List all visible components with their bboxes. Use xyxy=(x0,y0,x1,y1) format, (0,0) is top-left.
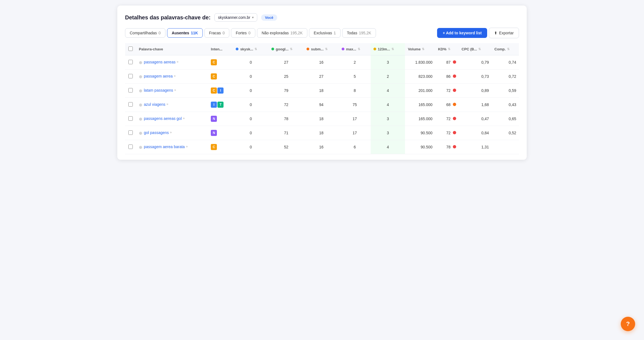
123m-cell: 3 xyxy=(371,126,405,140)
keyword-link[interactable]: gol passagens » xyxy=(144,130,172,135)
expand-icon[interactable]: ⊕ xyxy=(139,145,142,150)
expand-icon[interactable]: ⊕ xyxy=(139,74,142,79)
googl-cell: 52 xyxy=(269,140,304,154)
googl-cell: 27 xyxy=(269,55,304,69)
table-row: ⊕azul viagens »IT07294754165.00068 1,680… xyxy=(125,98,519,112)
keyword-link[interactable]: latam passagens » xyxy=(144,88,176,92)
subm-cell: 16 xyxy=(304,55,339,69)
max-cell: 5 xyxy=(339,69,371,84)
skysk-cell: 0 xyxy=(233,140,268,154)
intent-badge-i: I xyxy=(211,102,217,108)
expand-icon[interactable]: ⊕ xyxy=(139,131,142,136)
help-fab[interactable]: ? xyxy=(621,317,635,331)
skysk-cell: 0 xyxy=(233,55,268,69)
th-checkbox[interactable] xyxy=(125,43,136,55)
123m-cell: 3 xyxy=(371,112,405,126)
keyword-link[interactable]: passagem aerea » xyxy=(144,74,176,78)
sort-icon: ⇅ xyxy=(391,47,394,51)
cpc-cell: 0,47 xyxy=(459,112,492,126)
th-kd[interactable]: KD% ⇅ xyxy=(435,43,459,55)
subm-cell: 18 xyxy=(304,126,339,140)
keyword-cell: ⊕passagem aerea » xyxy=(136,69,208,84)
tab-nao-exploradas[interactable]: Não exploradas 195,2K xyxy=(257,28,307,38)
expand-icon[interactable]: ⊕ xyxy=(139,102,142,107)
keyword-link[interactable]: passagens aereas » xyxy=(144,60,178,64)
keyword-link[interactable]: passagem aerea barata » xyxy=(144,145,188,149)
export-button[interactable]: ⬆ Exportar xyxy=(489,28,519,38)
row-checkbox[interactable] xyxy=(128,74,133,78)
th-googl[interactable]: googl... ⇅ xyxy=(269,43,304,55)
tab-exclusivas[interactable]: Exclusivas 1 xyxy=(309,28,341,38)
keyword-link[interactable]: passagens aereas gol » xyxy=(144,116,185,121)
tab-ausentes[interactable]: Ausentes 11K xyxy=(167,28,203,38)
subm-cell: 16 xyxy=(304,140,339,154)
row-checkbox[interactable] xyxy=(128,102,133,107)
123m-dot xyxy=(373,48,376,50)
th-max[interactable]: max... ⇅ xyxy=(339,43,371,55)
keyword-table: Palavra-chave Inten... skysk... ⇅ xyxy=(125,43,519,154)
th-volume[interactable]: Volume ⇅ xyxy=(405,43,435,55)
123m-cell: 3 xyxy=(371,55,405,69)
sort-icon: ⇅ xyxy=(325,47,328,51)
comp-cell: 0,43 xyxy=(492,98,519,112)
th-cpc[interactable]: CPC (B... ⇅ xyxy=(459,43,492,55)
tab-fortes[interactable]: Fortes 0 xyxy=(231,28,255,38)
subm-cell: 27 xyxy=(304,69,339,84)
expand-icon[interactable]: ⊕ xyxy=(139,88,142,93)
intent-badge-c: C xyxy=(211,73,217,79)
sort-icon: ⇅ xyxy=(448,47,450,51)
intent-badge-c: C xyxy=(211,144,217,150)
kd-dot xyxy=(453,74,456,78)
row-checkbox-cell xyxy=(125,55,136,69)
intent-badge-c: C xyxy=(211,59,217,65)
comp-cell: 0,72 xyxy=(492,69,519,84)
add-to-keyword-list-button[interactable]: + Add to keyword list xyxy=(437,28,487,38)
sort-icon: ⇅ xyxy=(478,47,481,51)
row-checkbox[interactable] xyxy=(128,60,133,64)
max-cell: 8 xyxy=(339,84,371,98)
intent-badge-c: C xyxy=(211,87,217,94)
expand-icon[interactable]: ⊕ xyxy=(139,117,142,122)
volume-cell: 165.000 xyxy=(405,98,435,112)
googl-cell: 71 xyxy=(269,126,304,140)
intent-cell: CI xyxy=(208,84,233,98)
table-row: ⊕latam passagens »CI0791884201.00072 0,8… xyxy=(125,84,519,98)
th-comp[interactable]: Comp. ⇅ xyxy=(492,43,519,55)
row-checkbox-cell xyxy=(125,140,136,154)
row-checkbox-cell xyxy=(125,84,136,98)
sort-icon: ⇅ xyxy=(422,47,424,51)
row-checkbox[interactable] xyxy=(128,88,133,92)
select-all-checkbox[interactable] xyxy=(128,47,133,51)
skysk-cell: 0 xyxy=(233,112,268,126)
intent-cell: IT xyxy=(208,98,233,112)
tab-fracas[interactable]: Fracas 0 xyxy=(204,28,230,38)
googl-cell: 25 xyxy=(269,69,304,84)
sort-icon: ⇅ xyxy=(290,47,292,51)
keyword-cell: ⊕passagens aereas gol » xyxy=(136,112,208,126)
row-checkbox[interactable] xyxy=(128,145,133,149)
tab-todas[interactable]: Todas 195,2K xyxy=(342,28,376,38)
kd-dot xyxy=(453,103,456,106)
th-skysk[interactable]: skysk... ⇅ xyxy=(233,43,268,55)
max-dot xyxy=(342,48,344,50)
volume-cell: 823.000 xyxy=(405,69,435,84)
subm-cell: 18 xyxy=(304,84,339,98)
kd-cell: 86 xyxy=(435,69,459,84)
row-checkbox[interactable] xyxy=(128,130,133,135)
max-cell: 17 xyxy=(339,126,371,140)
row-checkbox[interactable] xyxy=(128,116,133,121)
intent-badge-i: I xyxy=(217,87,224,94)
th-subm[interactable]: subm... ⇅ xyxy=(304,43,339,55)
skysk-cell: 0 xyxy=(233,98,268,112)
th-keyword: Palavra-chave xyxy=(136,43,208,55)
keyword-link[interactable]: azul viagens » xyxy=(144,102,168,107)
keyword-table-wrap: Palavra-chave Inten... skysk... ⇅ xyxy=(125,43,519,154)
kd-dot xyxy=(453,60,456,64)
domain-label: skyskanner.com.br xyxy=(218,15,250,20)
domain-select[interactable]: skyskanner.com.br ▾ xyxy=(214,13,257,22)
expand-icon[interactable]: ⊕ xyxy=(139,60,142,65)
intent-badge-n: N xyxy=(211,116,217,122)
comp-cell: 0,65 xyxy=(492,112,519,126)
tab-compartilhadas[interactable]: Compartilhadas 0 xyxy=(125,28,165,38)
th-123m[interactable]: 123m... ⇅ xyxy=(371,43,405,55)
